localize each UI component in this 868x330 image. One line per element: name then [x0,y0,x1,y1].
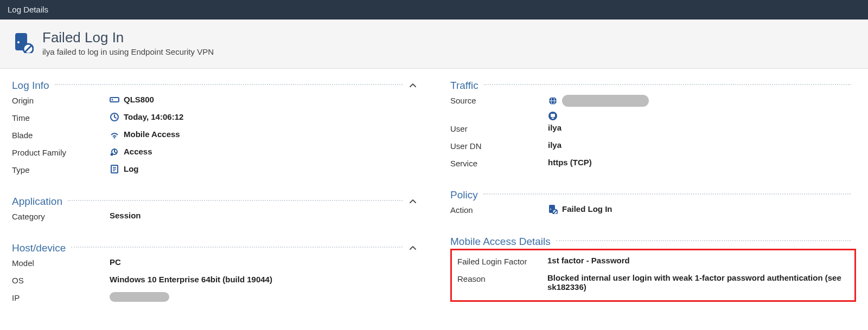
divider [68,200,403,201]
value-time: Today, 14:06:12 [124,112,183,121]
label-blade: Blade [12,130,110,140]
wifi-icon [110,130,119,139]
failed-login-icon [12,31,34,53]
section-title-traffic: Traffic [450,80,478,92]
log-header: Failed Log In ilya failed to log in usin… [0,20,868,69]
section-title-application: Application [12,196,62,208]
label-user: User [450,123,548,133]
label-reason: Reason [457,273,547,283]
value-user-dn: ilya [548,140,561,150]
value-blade: Mobile Access [124,130,180,139]
access-icon [110,147,119,157]
divider [483,193,851,195]
label-service: Service [450,158,548,168]
divider [484,84,851,85]
label-time: Time [12,112,110,122]
divider [71,247,403,248]
collapse-toggle[interactable] [408,81,418,90]
value-origin: QLS800 [124,95,154,104]
value-action: Failed Log In [562,204,612,213]
label-category: Category [12,211,110,221]
label-source: Source [450,95,548,105]
section-title-mad: Mobile Access Details [450,236,551,248]
label-user-dn: User DN [450,140,548,151]
label-failed-login-factor: Failed Login Factor [457,256,547,266]
value-reason: Blocked internal user login with weak 1-… [547,273,849,292]
gateway-icon [110,95,119,105]
highlight-box: Failed Login Factor 1st factor - Passwor… [450,249,856,302]
label-action: Action [450,204,548,215]
failed-login-icon [548,204,558,214]
globe-icon [548,96,558,106]
label-origin: Origin [12,95,110,105]
page-subtitle: ilya failed to log in using Endpoint Sec… [42,47,214,56]
label-product-family: Product Family [12,147,110,157]
section-host-device: Host/device Model PC OS Windows 10 Enter… [12,242,418,308]
section-title-host: Host/device [12,242,66,254]
clock-icon [110,112,119,122]
value-service: https (TCP) [548,158,592,167]
section-traffic: Traffic Source User ilya User DN ilya Se… [450,80,856,174]
section-application: Application Category Session [12,196,418,227]
label-ip: IP [12,292,110,302]
section-mobile-access-details: Mobile Access Details Failed Login Facto… [450,236,856,302]
divider [556,240,851,241]
redacted-value [110,292,169,302]
value-user: ilya [548,123,561,132]
left-column: Log Info Origin QLS800 Time Today, 14:06… [12,80,418,323]
value-category: Session [110,211,141,220]
value-os: Windows 10 Enterprise 64bit (build 19044… [110,275,272,284]
value-product-family: Access [124,147,152,156]
label-type: Type [12,164,110,174]
divider [55,84,403,85]
log-icon [110,164,119,174]
collapse-toggle[interactable] [408,243,418,253]
page-title: Failed Log In [42,29,214,46]
collapse-toggle[interactable] [408,197,418,206]
right-column: Traffic Source User ilya User DN ilya Se… [450,80,856,323]
svg-point-16 [17,41,20,43]
redacted-value [562,95,649,107]
value-model: PC [110,257,121,267]
value-failed-login-factor: 1st factor - Password [547,256,630,265]
section-log-info: Log Info Origin QLS800 Time Today, 14:06… [12,80,418,180]
section-title-log-info: Log Info [12,80,49,92]
window-title: Log Details [0,0,868,20]
section-title-policy: Policy [450,189,478,201]
host-icon [548,111,558,121]
value-type: Log [124,164,139,173]
label-model: Model [12,257,110,268]
section-policy: Policy Action Failed Log In [450,189,856,221]
label-os: OS [12,275,110,285]
